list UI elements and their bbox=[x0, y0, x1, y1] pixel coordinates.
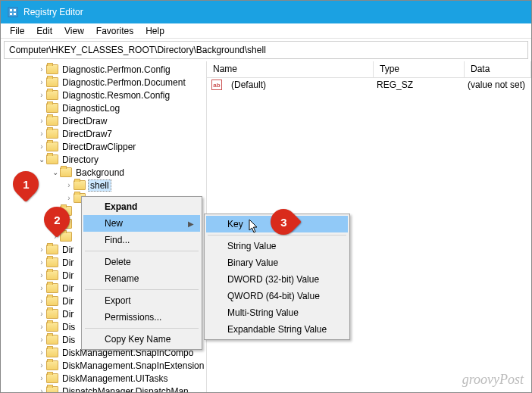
tree-item[interactable]: ›DispatchManager.DispatchMan bbox=[1, 385, 206, 392]
menu-edit[interactable]: Edit bbox=[30, 24, 58, 38]
tree-item-label: Dir bbox=[61, 257, 75, 268]
chevron-right-icon[interactable]: › bbox=[37, 297, 46, 305]
value-data: (value not set) bbox=[462, 80, 531, 90]
titlebar[interactable]: Registry Editor bbox=[1, 1, 531, 23]
address-text: Computer\HKEY_CLASSES_ROOT\Directory\Bac… bbox=[9, 45, 266, 55]
folder-icon bbox=[74, 180, 86, 190]
submenu-qword[interactable]: QWORD (64-bit) Value bbox=[206, 288, 348, 304]
tree-item-label: Diagnostic.Perfmon.Document bbox=[61, 77, 187, 88]
folder-icon bbox=[46, 296, 58, 306]
menu-help[interactable]: Help bbox=[139, 24, 171, 38]
chevron-right-icon[interactable]: › bbox=[37, 348, 46, 357]
tree-item-label: Dir bbox=[61, 270, 75, 281]
regedit-icon bbox=[7, 6, 19, 18]
folder-icon bbox=[46, 322, 58, 332]
watermark: groovyPost bbox=[462, 372, 524, 388]
submenu-multi-string[interactable]: Multi-String Value bbox=[206, 304, 348, 321]
chevron-right-icon[interactable]: › bbox=[37, 284, 46, 292]
chevron-right-icon[interactable]: › bbox=[37, 310, 46, 318]
tree-item[interactable]: ›Diagnostic.Perfmon.Config bbox=[1, 63, 206, 76]
tree-item-label: Dir bbox=[61, 283, 75, 294]
list-row[interactable]: ab (Default) REG_SZ (value not set) bbox=[207, 78, 531, 92]
tree-item[interactable]: ›Diagnostic.Resmon.Config bbox=[1, 89, 206, 101]
tree-item-label: Diagnostic.Perfmon.Config bbox=[61, 64, 172, 75]
tree-item-label: Dir bbox=[61, 245, 75, 255]
chevron-right-icon[interactable]: › bbox=[37, 374, 46, 382]
svg-rect-0 bbox=[8, 8, 17, 17]
menu-delete[interactable]: Delete bbox=[83, 254, 200, 270]
submenu-expandable-string[interactable]: Expandable String Value bbox=[206, 321, 348, 338]
submenu-string[interactable]: String Value bbox=[206, 238, 348, 254]
chevron-right-icon[interactable]: › bbox=[37, 387, 46, 392]
menu-rename[interactable]: Rename bbox=[83, 270, 200, 287]
tree-item-label: DispatchManager.DispatchMan bbox=[61, 386, 190, 393]
menubar: File Edit View Favorites Help bbox=[1, 23, 531, 39]
chevron-right-icon[interactable]: › bbox=[37, 271, 46, 279]
tree-item[interactable]: ›DirectDraw7 bbox=[1, 127, 206, 140]
folder-icon bbox=[46, 90, 58, 100]
svg-rect-2 bbox=[14, 9, 16, 11]
chevron-right-icon[interactable]: › bbox=[37, 323, 46, 331]
chevron-right-icon[interactable]: › bbox=[37, 78, 46, 86]
chevron-right-icon[interactable]: › bbox=[37, 117, 46, 125]
tree-item-label: DirectDraw bbox=[61, 116, 108, 126]
menu-favorites[interactable]: Favorites bbox=[90, 24, 139, 38]
menu-expand[interactable]: Expand bbox=[83, 198, 200, 215]
separator bbox=[85, 289, 199, 290]
chevron-right-icon[interactable]: › bbox=[37, 258, 46, 267]
menu-view[interactable]: View bbox=[58, 24, 90, 38]
folder-icon bbox=[46, 283, 58, 293]
tree-item[interactable]: ⌄Directory bbox=[1, 153, 206, 166]
folder-icon bbox=[46, 309, 58, 319]
tree-item-label: Dir bbox=[61, 296, 75, 307]
chevron-right-icon[interactable]: › bbox=[37, 129, 46, 138]
chevron-right-icon[interactable]: › bbox=[37, 142, 46, 151]
tree-item[interactable]: DiagnosticLog bbox=[1, 101, 206, 114]
col-data[interactable]: Data bbox=[465, 61, 531, 77]
chevron-down-icon[interactable]: ⌄ bbox=[37, 155, 46, 164]
chevron-right-icon[interactable]: › bbox=[64, 181, 74, 189]
svg-rect-3 bbox=[10, 13, 12, 15]
col-type[interactable]: Type bbox=[374, 61, 465, 77]
submenu-binary[interactable]: Binary Value bbox=[206, 254, 348, 271]
menu-export[interactable]: Export bbox=[83, 292, 200, 309]
folder-icon bbox=[46, 154, 58, 164]
chevron-right-icon[interactable]: › bbox=[64, 194, 74, 202]
folder-icon bbox=[60, 167, 72, 177]
chevron-right-icon[interactable]: › bbox=[37, 91, 46, 99]
tree-item[interactable]: ›DiskManagement.SnapInExtension bbox=[1, 359, 206, 372]
svg-rect-1 bbox=[10, 9, 12, 11]
context-menu: Expand New▶ Find... Delete Rename Export… bbox=[81, 196, 202, 350]
chevron-down-icon[interactable]: ⌄ bbox=[51, 168, 60, 176]
svg-rect-4 bbox=[14, 13, 16, 15]
folder-icon bbox=[46, 142, 58, 151]
folder-icon bbox=[46, 360, 58, 370]
address-bar[interactable]: Computer\HKEY_CLASSES_ROOT\Directory\Bac… bbox=[4, 41, 528, 59]
tree-item[interactable]: ›DirectDrawClipper bbox=[1, 140, 206, 153]
separator bbox=[208, 235, 346, 235]
tree-item-label: shell bbox=[88, 179, 111, 192]
chevron-right-icon[interactable]: › bbox=[37, 361, 46, 370]
menu-find[interactable]: Find... bbox=[83, 232, 200, 248]
tree-item-label: DirectDrawClipper bbox=[61, 142, 137, 152]
tree-item-label: Background bbox=[74, 167, 126, 178]
menu-permissions[interactable]: Permissions... bbox=[83, 309, 200, 326]
tree-item-label: Diagnostic.Resmon.Config bbox=[61, 90, 171, 101]
submenu-dword[interactable]: DWORD (32-bit) Value bbox=[206, 271, 348, 288]
tree-item-label: Dis bbox=[61, 322, 77, 332]
chevron-right-icon[interactable]: › bbox=[37, 245, 46, 254]
folder-icon bbox=[46, 257, 58, 267]
menu-copy-key-name[interactable]: Copy Key Name bbox=[83, 331, 200, 348]
tree-item[interactable]: ›Diagnostic.Perfmon.Document bbox=[1, 76, 206, 89]
submenu-arrow-icon: ▶ bbox=[188, 220, 194, 228]
folder-icon bbox=[46, 116, 58, 126]
tree-item[interactable]: ›DirectDraw bbox=[1, 114, 206, 127]
tree-item[interactable]: ›DiskManagement.UITasks bbox=[1, 372, 206, 385]
chevron-right-icon[interactable]: › bbox=[37, 65, 46, 73]
folder-icon bbox=[46, 373, 58, 383]
menu-new[interactable]: New▶ bbox=[83, 215, 200, 232]
col-name[interactable]: Name bbox=[207, 61, 374, 77]
chevron-right-icon[interactable]: › bbox=[37, 335, 46, 344]
menu-file[interactable]: File bbox=[4, 24, 30, 38]
tree-item-label: Directory bbox=[61, 154, 100, 165]
